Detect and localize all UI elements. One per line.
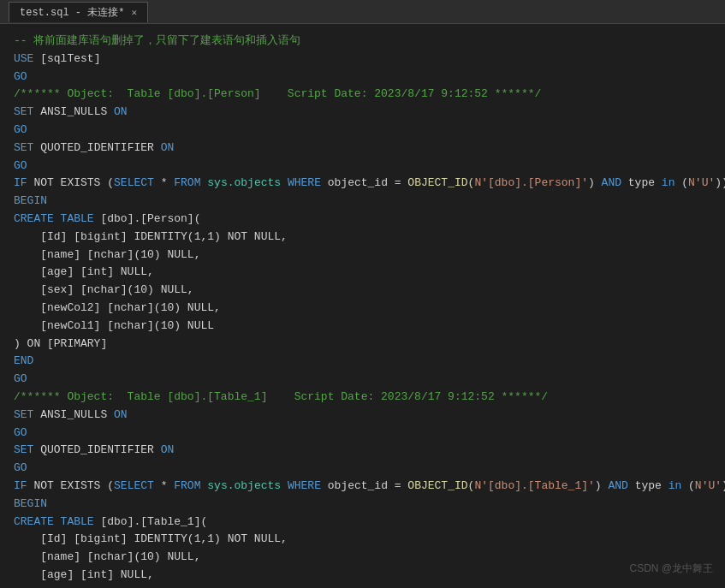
code-line: [newCol2] [nchar](10) NULL, [14, 300, 711, 318]
code-token: IF [14, 479, 33, 492]
code-token: WHERE [288, 479, 321, 492]
code-line: SET QUOTED_IDENTIFIER ON [14, 140, 711, 157]
code-token: )) [715, 176, 725, 189]
code-line: [name] [nchar](10) NULL, [14, 549, 711, 567]
code-line: SET QUOTED_IDENTIFIER ON [14, 442, 711, 460]
code-token: TABLE [61, 515, 101, 528]
code-line: CREATE TABLE [dbo].[Person]( [14, 211, 711, 229]
code-token: ) [595, 479, 609, 492]
code-token: GO [14, 159, 27, 172]
code-token: IF [14, 176, 33, 189]
code-editor[interactable]: -- 将前面建库语句删掉了，只留下了建表语句和插入语句USE [sqlTest]… [0, 24, 725, 588]
code-line: [Id] [bigint] IDENTITY(1,1) NOT NULL, [14, 229, 711, 246]
code-line: /****** Object: Table [dbo].[Table_1] Sc… [14, 389, 711, 407]
code-line: [sex] [nchar](10) NULL [14, 585, 711, 588]
code-token: ON [114, 105, 128, 118]
code-line: ) ON [PRIMARY] [14, 336, 711, 353]
code-token: [dbo].[Person]( [100, 212, 200, 225]
code-token: ( [681, 479, 695, 492]
code-line: [name] [nchar](10) NULL, [14, 246, 711, 264]
code-token: -- 将前面建库语句删掉了，只留下了建表语句和插入语句 [14, 34, 300, 47]
code-line: GO [14, 68, 711, 86]
code-token: NOT EXISTS ( [33, 176, 114, 189]
code-line: END [14, 353, 711, 371]
code-token: sys.objects [207, 176, 281, 189]
code-token: [age] [int] NULL, [14, 265, 154, 278]
code-token: N'[dbo].[Person]' [474, 176, 588, 189]
code-token: BEGIN [14, 497, 47, 510]
code-line: [age] [int] NULL, [14, 567, 711, 585]
code-token: OBJECT_ID( [407, 176, 474, 189]
code-token: WHERE [288, 176, 321, 189]
tab-close-button[interactable]: ✕ [131, 7, 137, 18]
code-token: [sqlTest] [40, 52, 100, 65]
code-token: BEGIN [14, 194, 47, 207]
code-line: GO [14, 460, 711, 478]
code-token: SELECT [114, 176, 154, 189]
tab-label: test.sql - 未连接* [20, 5, 124, 20]
code-line: BEGIN [14, 496, 711, 514]
code-token: ON [114, 408, 128, 421]
code-token: [dbo].[Table_1]( [100, 515, 207, 528]
code-token: * [154, 176, 174, 189]
code-line: -- 将前面建库语句删掉了，只留下了建表语句和插入语句 [14, 33, 711, 50]
code-line: [sex] [nchar](10) NULL, [14, 282, 711, 300]
code-token: QUOTED_IDENTIFIER [40, 141, 160, 154]
code-token: SET [14, 105, 40, 118]
code-line: /****** Object: Table [dbo].[Person] Scr… [14, 86, 711, 104]
code-token: TABLE [61, 212, 101, 225]
code-line: IF NOT EXISTS (SELECT * FROM sys.objects… [14, 175, 711, 193]
code-token [281, 479, 288, 492]
code-token: GO [14, 461, 27, 474]
code-token: [age] [int] NULL, [14, 568, 154, 581]
code-token: ANSI_NULLS [40, 408, 114, 421]
code-line: SET ANSI_NULLS ON [14, 104, 711, 122]
code-token: END [14, 354, 33, 367]
code-line: USE [sqlTest] [14, 50, 711, 68]
file-tab[interactable]: test.sql - 未连接* ✕ [9, 2, 148, 22]
code-token: SET [14, 408, 40, 421]
code-token: object_id = [321, 479, 407, 492]
code-token: ( [674, 176, 688, 189]
code-token [281, 176, 288, 189]
code-token: N'[dbo].[Table_1]' [474, 479, 594, 492]
code-line: [newCol1] [nchar](10) NULL [14, 318, 711, 336]
code-token: CREATE [14, 515, 61, 528]
watermark: CSDN @龙中舞王 [629, 561, 713, 576]
code-token: OBJECT_ID( [407, 479, 474, 492]
code-token: ON [161, 141, 175, 154]
code-token: GO [14, 70, 27, 83]
code-token: type [621, 176, 662, 189]
code-token: [sex] [nchar](10) NULL, [14, 283, 194, 296]
code-token: ON [161, 443, 175, 456]
code-token: AND [608, 479, 627, 492]
code-token: [newCol2] [nchar](10) NULL, [14, 301, 221, 314]
code-token: SET [14, 141, 40, 154]
title-bar: test.sql - 未连接* ✕ [0, 0, 725, 24]
code-token: type [628, 479, 669, 492]
code-token: * [154, 479, 174, 492]
code-token: FROM [174, 176, 200, 189]
code-token: /****** Object: Table [dbo].[Person] Scr… [14, 87, 541, 100]
code-line: IF NOT EXISTS (SELECT * FROM sys.objects… [14, 478, 711, 496]
code-token: [Id] [bigint] IDENTITY(1,1) NOT NULL, [14, 230, 288, 243]
code-token: AND [602, 176, 621, 189]
code-token: [Id] [bigint] IDENTITY(1,1) NOT NULL, [14, 532, 288, 545]
code-token: ) [588, 176, 602, 189]
code-token: USE [14, 52, 40, 65]
code-token: [name] [nchar](10) NULL, [14, 550, 200, 563]
code-line: [Id] [bigint] IDENTITY(1,1) NOT NULL, [14, 531, 711, 549]
code-token: in [662, 176, 675, 189]
code-line: GO [14, 157, 711, 175]
code-token: /****** Object: Table [dbo].[Table_1] Sc… [14, 390, 548, 403]
code-line: CREATE TABLE [dbo].[Table_1]( [14, 514, 711, 532]
code-token: QUOTED_IDENTIFIER [40, 443, 160, 456]
code-token: [name] [nchar](10) NULL, [14, 248, 200, 261]
code-token: SELECT [114, 479, 154, 492]
code-token: GO [14, 372, 27, 385]
code-token: ANSI_NULLS [40, 105, 114, 118]
code-token: CREATE [14, 212, 61, 225]
code-line: GO [14, 122, 711, 140]
code-token: object_id = [321, 176, 407, 189]
code-line: GO [14, 425, 711, 442]
